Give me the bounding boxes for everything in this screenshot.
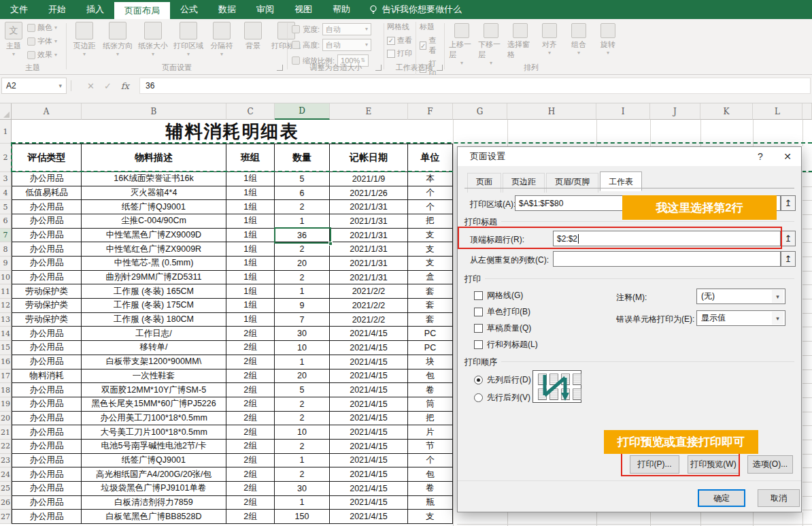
cell[interactable]: 垃圾袋黑色广博PJ9101单卷 [82,482,226,496]
row-header-23[interactable]: 23 [0,454,12,468]
cell[interactable]: 2组 [226,482,275,496]
cell[interactable]: 2021/4/15 [330,510,408,524]
cell[interactable]: 2021/4/15 [330,496,408,510]
fx-icon[interactable]: fx [121,81,129,91]
cell[interactable]: 白板笔黑色广博BB8528D [82,510,226,524]
row-header-9[interactable]: 9 [0,257,12,271]
column-header-E[interactable]: E [330,103,408,120]
cell[interactable]: 一次性鞋套 [82,369,226,384]
cell[interactable]: 包 [408,467,453,482]
page-setup-button-页边距[interactable]: 页边距▾ [71,22,98,56]
headings-view-checkbox[interactable]: ✓查看 [420,35,441,56]
arrange-button-旋转[interactable]: 旋转▾ [595,23,621,55]
ok-button[interactable]: 确定 [698,489,745,507]
cell[interactable]: 办公用品 [12,482,82,496]
dialog-checkbox-草稿质量(Q)[interactable]: 草稿质量(Q) [474,323,531,334]
cell[interactable]: 150 [275,510,330,524]
cell[interactable]: 办公用品 [12,397,82,412]
cell[interactable]: 2021/4/15 [330,369,408,384]
cell[interactable]: 2021/1/26 [330,186,408,201]
row-header-1[interactable]: 1 [0,120,12,144]
ribbon-tab-文件[interactable]: 文件 [0,0,38,19]
cell[interactable]: 办公用品 [12,327,82,341]
column-header-B[interactable]: B [82,103,226,120]
cell[interactable]: 纸签广博QJ9001 [82,200,226,214]
theme-item-效果[interactable]: 效果▾ [27,50,64,60]
fit-height-select[interactable]: 自动▾ [322,39,371,51]
cell[interactable]: 办公用品 [12,257,82,271]
cell[interactable]: 2021/4/15 [330,397,408,412]
row-header-26[interactable]: 26 [0,496,12,510]
dialog-tab-页边距[interactable]: 页边距 [503,173,545,193]
cell[interactable]: 中性笔芯-黑 (0.5mm) [82,257,226,271]
cell[interactable]: 办公用品 [12,341,82,355]
cancel-icon[interactable]: ✕ [87,81,95,91]
cell[interactable]: 1组 [226,299,275,313]
ribbon-tab-开始[interactable]: 开始 [38,0,76,19]
cell[interactable]: 工作服 (冬装) 165CM [82,284,226,299]
cell[interactable]: 办公用品 [12,355,82,369]
cell[interactable]: 办公用品 [12,425,82,440]
cell[interactable]: 支 [408,257,453,271]
row-header-3[interactable]: 3 [0,172,12,186]
cell[interactable]: PC [408,341,453,355]
cell[interactable]: 1组 [226,172,275,186]
row-header-10[interactable]: 10 [0,271,12,285]
cell[interactable]: 10 [275,425,330,440]
select-all-corner[interactable] [0,103,12,120]
cell[interactable]: 1组 [226,186,275,201]
cell[interactable]: 节 [408,440,453,454]
row-header-17[interactable]: 17 [0,369,12,384]
header-cell[interactable]: 物料描述 [82,144,226,172]
cell[interactable]: 片 [408,425,453,440]
cell[interactable]: 2021/1/31 [330,214,408,229]
cell[interactable]: PC [408,327,453,341]
collapse-dialog-button-left-columns[interactable]: ↥ [781,251,796,267]
cell[interactable]: 中性笔红色广博ZX9009R [82,242,226,257]
row-header-2[interactable]: 2 [0,144,12,172]
cell[interactable]: 2021/4/15 [330,383,408,397]
column-header-A[interactable]: A [12,103,82,120]
cell[interactable]: 1 [275,214,330,229]
cell[interactable]: 2021/1/9 [330,172,408,186]
cell[interactable]: 2021/4/15 [330,454,408,468]
header-cell[interactable]: 评估类型 [12,144,82,172]
row-header-20[interactable]: 20 [0,412,12,426]
dialog-tab-页眉/页脚[interactable]: 页眉/页脚 [546,173,598,193]
cell[interactable]: 个 [408,454,453,468]
cell[interactable]: 1组 [226,229,275,243]
cell[interactable]: 曲别针29MM广博ZD5311 [82,271,226,285]
cell[interactable]: 白板带支架1200*900MM\ [82,355,226,369]
row-header-14[interactable]: 14 [0,327,12,341]
column-header-D[interactable]: D [275,103,330,120]
cell[interactable]: 20 [275,369,330,384]
cell[interactable]: 工作服 (冬装) 180CM [82,313,226,327]
page-setup-button-背景[interactable]: 背景 [239,22,267,51]
cell[interactable]: 卷 [408,383,453,397]
ribbon-tab-数据[interactable]: 数据 [208,0,246,19]
cell[interactable]: 纸签广博QJ9001 [82,454,226,468]
cell[interactable]: 办公用品 [12,229,82,243]
arrange-button-选择窗格[interactable]: 选择窗格 [507,23,533,60]
cell[interactable]: 2021/4/15 [330,341,408,355]
row-header-4[interactable]: 4 [0,186,12,201]
arrange-button-对齐[interactable]: 对齐▾ [537,23,562,55]
collapse-dialog-button-title-row[interactable]: ↥ [781,231,796,246]
dialog-tab-页面[interactable]: 页面 [467,173,501,193]
cell[interactable]: 办公用品 [12,496,82,510]
header-cell[interactable]: 单位 [408,144,453,172]
ribbon-tab-公式[interactable]: 公式 [170,0,208,19]
gridlines-print-checkbox[interactable]: 打印 [387,48,413,59]
cell[interactable]: 7 [275,313,330,327]
column-header-J[interactable]: J [650,103,700,120]
radio-over-then-down[interactable]: 先行后列(V) [474,392,530,404]
cell[interactable]: 2021/4/15 [330,425,408,440]
column-header-I[interactable]: I [596,103,650,120]
left-columns-input[interactable] [553,251,781,267]
cell[interactable]: 2组 [226,425,275,440]
row-header-19[interactable]: 19 [0,397,12,412]
cell[interactable]: 卷 [408,482,453,496]
cell[interactable]: 2组 [226,412,275,426]
top-title-row-input[interactable]: $2:$2 [553,231,781,246]
row-header-8[interactable]: 8 [0,242,12,257]
